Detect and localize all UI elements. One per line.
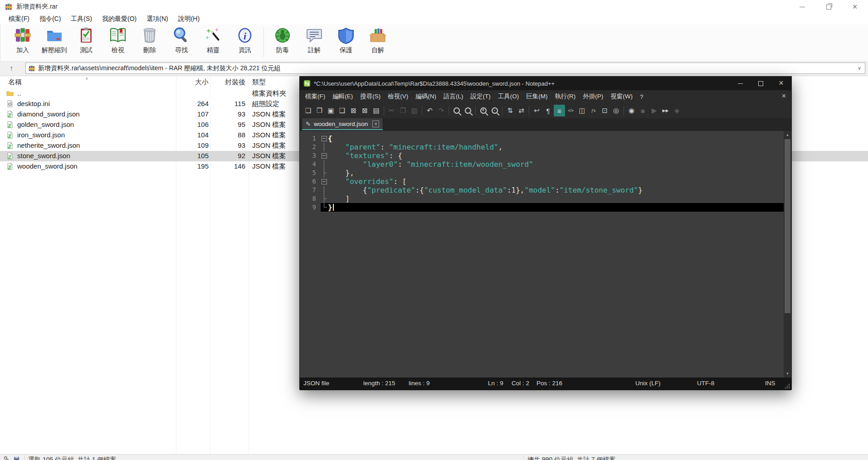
winrar-toolbar-info-button[interactable]: i資訊 bbox=[229, 26, 261, 54]
notepadpp-menu-編碼(N)[interactable]: 編碼(N) bbox=[412, 91, 440, 102]
fold-marker-icon bbox=[321, 143, 328, 151]
scroll-up-icon[interactable]: ▲ bbox=[784, 131, 791, 139]
scroll-down-icon[interactable]: ▼ bbox=[784, 370, 791, 378]
function-list-icon[interactable]: </> bbox=[565, 105, 576, 116]
notepadpp-menu-執行(R)[interactable]: 執行(R) bbox=[551, 91, 580, 102]
notepadpp-window: *C:\Users\user\AppData\Local\Temp\Rar$DI… bbox=[299, 76, 792, 390]
document-monitor-icon[interactable]: ⊡ bbox=[599, 105, 610, 116]
function-fx-icon[interactable]: ƒx bbox=[588, 105, 599, 116]
tab-close-button[interactable]: × bbox=[372, 121, 379, 127]
replace-icon[interactable] bbox=[462, 105, 473, 116]
macro-play-icon[interactable]: ▶ bbox=[649, 105, 660, 116]
winrar-menu-選項(N)[interactable]: 選項(N) bbox=[141, 14, 173, 24]
notepadpp-menu-編輯(E)[interactable]: 編輯(E) bbox=[329, 91, 356, 102]
tab-wooden-sword-json[interactable]: ✎ wooden_sword.json × bbox=[302, 118, 383, 130]
winrar-menu-說明(H)[interactable]: 說明(H) bbox=[173, 14, 205, 24]
notepadpp-menu-巨集(M)[interactable]: 巨集(M) bbox=[522, 91, 551, 102]
notepadpp-menu-語言(L)[interactable]: 語言(L) bbox=[440, 91, 467, 102]
winrar-toolbar-protect-button[interactable]: 保護 bbox=[330, 26, 362, 54]
save-icon[interactable]: ▣ bbox=[325, 105, 336, 116]
winrar-toolbar-comment-button[interactable]: 註解 bbox=[298, 26, 330, 54]
indent-guide-icon[interactable]: ≡ bbox=[554, 105, 565, 116]
delete-icon bbox=[141, 26, 159, 44]
save-all-icon[interactable]: ❑ bbox=[336, 105, 348, 116]
cut-icon[interactable]: ✂ bbox=[386, 105, 397, 116]
minimize-icon bbox=[738, 83, 743, 84]
notepadpp-menu-檢視(V)[interactable]: 檢視(V) bbox=[384, 91, 412, 102]
zoom-in-icon[interactable]: + bbox=[478, 105, 489, 116]
word-wrap-icon[interactable]: ↩ bbox=[531, 105, 542, 116]
show-all-characters-icon[interactable]: ¶ bbox=[542, 105, 554, 116]
winrar-toolbar-delete-button[interactable]: 刪除 bbox=[134, 26, 166, 54]
winrar-minimize-button[interactable] bbox=[789, 0, 815, 14]
find-icon[interactable] bbox=[451, 105, 462, 116]
editor-scrollbar[interactable]: ▲ ▼ bbox=[784, 131, 791, 378]
open-file-icon[interactable]: ❒ bbox=[314, 105, 325, 116]
notepadpp-menu-?[interactable]: ? bbox=[636, 92, 647, 102]
notepadpp-minimize-button[interactable] bbox=[730, 77, 751, 90]
winrar-toolbar-sfx-button[interactable]: 自解 bbox=[362, 26, 394, 54]
winrar-menu-我的最愛(O)[interactable]: 我的最愛(O) bbox=[97, 14, 141, 24]
toolbar-button-label: 自解 bbox=[371, 46, 384, 54]
column-header-type[interactable]: 類型 bbox=[252, 78, 266, 87]
column-header-size[interactable]: 大小 bbox=[172, 78, 209, 87]
winrar-toolbar-test-button[interactable]: 測試 bbox=[70, 26, 102, 54]
fold-marker-icon[interactable] bbox=[321, 134, 328, 143]
address-dropdown-icon[interactable]: ∨ bbox=[858, 65, 861, 71]
winrar-restore-button[interactable] bbox=[815, 0, 842, 14]
winrar-toolbar-view-button[interactable]: 檢視 bbox=[102, 26, 134, 54]
sync-horizontal-icon[interactable]: ⇄ bbox=[516, 105, 527, 116]
protect-icon bbox=[337, 26, 355, 44]
zoom-out-icon[interactable]: - bbox=[489, 105, 500, 116]
statusbar-separator bbox=[24, 455, 25, 460]
notepadpp-menu-檔案(F)[interactable]: 檔案(F) bbox=[302, 91, 329, 102]
paste-icon[interactable]: ▥ bbox=[409, 105, 420, 116]
close-all-icon[interactable]: ⊠ bbox=[359, 105, 371, 116]
close-icon[interactable]: ⊠ bbox=[348, 105, 359, 116]
statusbar-separator bbox=[524, 455, 524, 460]
macro-save-icon[interactable]: ◈ bbox=[671, 105, 683, 116]
notepadpp-menu-外掛(P)[interactable]: 外掛(P) bbox=[579, 91, 607, 102]
new-file-icon[interactable]: ❏ bbox=[302, 105, 314, 116]
fold-marker-icon bbox=[321, 160, 328, 169]
column-header-name[interactable]: 名稱 bbox=[8, 78, 22, 87]
file-name: golden_sword.json bbox=[17, 121, 74, 128]
macro-run-multiple-icon[interactable]: ▶▶ bbox=[660, 105, 671, 116]
winrar-menu-檔案(F)[interactable]: 檔案(F) bbox=[4, 14, 34, 24]
fold-marker-icon[interactable] bbox=[321, 151, 328, 160]
winrar-toolbar-virus-button[interactable]: 防毒 bbox=[267, 26, 298, 54]
notepadpp-maximize-button[interactable] bbox=[751, 77, 771, 90]
sync-vertical-icon[interactable]: ⇅ bbox=[504, 105, 516, 116]
winrar-toolbar-wizard-button[interactable]: 精靈 bbox=[197, 26, 229, 54]
macro-stop-icon[interactable]: ■ bbox=[637, 105, 649, 116]
file-size: 106 bbox=[172, 121, 209, 128]
notepadpp-menu-搜尋(S)[interactable]: 搜尋(S) bbox=[356, 91, 384, 102]
address-bar[interactable]: 新增資料夾.rar\assets\minecraft\models\item -… bbox=[25, 63, 865, 74]
macro-record-icon[interactable]: ◉ bbox=[626, 105, 637, 116]
fold-marker-icon[interactable] bbox=[321, 177, 328, 186]
print-icon[interactable]: ▤ bbox=[371, 105, 382, 116]
winrar-toolbar-find-button[interactable]: 尋找 bbox=[166, 26, 197, 54]
winrar-toolbar-extract-button[interactable]: 解壓縮到 bbox=[39, 26, 70, 54]
winrar-menu-工具(S)[interactable]: 工具(S) bbox=[66, 14, 97, 24]
up-directory-button[interactable]: ↑ bbox=[5, 63, 18, 74]
winrar-statusbar: 選取 105 位元組, 共計 1 個檔案 總共 990 位元組, 共計 7 個檔… bbox=[0, 454, 868, 460]
notepadpp-close-button[interactable] bbox=[771, 77, 791, 90]
scrollbar-thumb[interactable] bbox=[785, 139, 790, 313]
undo-icon[interactable]: ↶ bbox=[424, 105, 435, 116]
toolbar-button-label: 防毒 bbox=[276, 46, 289, 54]
document-map-icon[interactable]: ◫ bbox=[576, 105, 588, 116]
copy-icon[interactable]: ❐ bbox=[397, 105, 409, 116]
notepadpp-menu-視窗(W)[interactable]: 視窗(W) bbox=[607, 91, 636, 102]
column-header-packed[interactable]: 封裝後 bbox=[209, 78, 245, 87]
code-editor[interactable]: 1{2 "parent": "minecraft:item/handheld",… bbox=[300, 131, 791, 378]
winrar-menu-指令(C)[interactable]: 指令(C) bbox=[34, 14, 66, 24]
line-number: 7 bbox=[300, 186, 321, 194]
winrar-close-button[interactable] bbox=[842, 0, 868, 14]
ghost-typing-icon[interactable]: ◎ bbox=[610, 105, 622, 116]
winrar-toolbar-add-button[interactable]: 加入 bbox=[7, 26, 39, 54]
resize-grip[interactable] bbox=[785, 383, 790, 389]
notepadpp-menu-設定(T)[interactable]: 設定(T) bbox=[467, 91, 494, 102]
notepadpp-menu-工具(O)[interactable]: 工具(O) bbox=[494, 91, 523, 102]
redo-icon[interactable]: ↷ bbox=[435, 105, 447, 116]
